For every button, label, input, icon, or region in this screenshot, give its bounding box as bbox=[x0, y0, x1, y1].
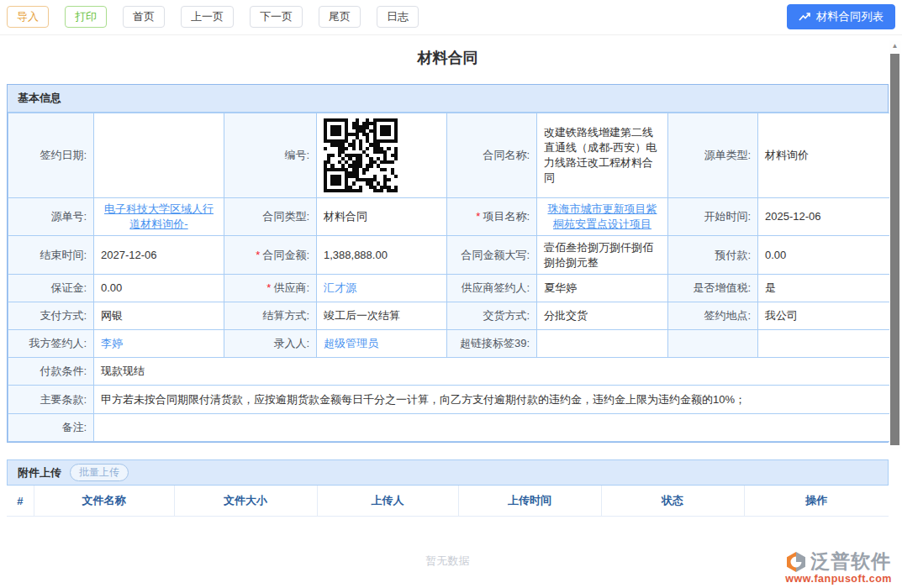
form-row-1: 签约日期: 编号: 合同名称: 改建铁路线增建第二线直通线（成都-西安）电力线路… bbox=[8, 113, 890, 198]
recorder-link[interactable]: 超级管理员 bbox=[324, 337, 378, 349]
attachments-table: # 文件名称 文件大小 上传人 上传时间 状态 操作 bbox=[7, 486, 889, 517]
sign-date-label: 签约日期: bbox=[8, 113, 94, 198]
main-terms-value: 甲方若未按合同期限付清货款，应按逾期货款金额每日千分之一计算，向乙方支付逾期付款… bbox=[94, 386, 890, 414]
col-actions: 操作 bbox=[744, 486, 889, 517]
number-label: 编号: bbox=[224, 113, 317, 198]
last-page-button[interactable]: 尾页 bbox=[319, 6, 361, 28]
supplier-label: *供应商: bbox=[224, 275, 317, 302]
start-time-label: 开始时间: bbox=[668, 198, 758, 236]
amount-in-words-value: 壹佰叁拾捌万捌仟捌佰捌拾捌元整 bbox=[537, 236, 668, 275]
basic-info-section: 基本信息 签约日期: 编号: 合同名称: 改建铁路线增建第二线直通线（成都-西安… bbox=[7, 84, 889, 443]
form-row-5: 支付方式: 网银 结算方式: 竣工后一次结算 交货方式: 分批交货 签约地点: … bbox=[8, 302, 890, 330]
col-index: # bbox=[7, 486, 34, 517]
print-button[interactable]: 打印 bbox=[65, 6, 107, 28]
basic-info-header: 基本信息 bbox=[8, 85, 888, 113]
number-value bbox=[317, 113, 447, 198]
sign-date-value bbox=[94, 113, 224, 198]
recorder-label: 录入人: bbox=[224, 330, 317, 358]
contract-name-value: 改建铁路线增建第二线直通线（成都-西安）电力线路迁改工程材料合同 bbox=[537, 113, 668, 198]
vat-flag-label: 是否增值税: bbox=[668, 275, 758, 302]
blank-label bbox=[668, 330, 758, 358]
page-title: 材料合同 bbox=[7, 48, 889, 68]
form-row-9: 备注: bbox=[8, 414, 890, 442]
qr-code-image bbox=[324, 118, 398, 192]
col-file-name: 文件名称 bbox=[34, 486, 174, 517]
log-button[interactable]: 日志 bbox=[377, 6, 419, 28]
remark-value bbox=[94, 414, 890, 442]
brand-url: www.fanpusoft.com bbox=[785, 573, 892, 585]
recorder-value: 超级管理员 bbox=[317, 330, 447, 358]
source-no-link[interactable]: 电子科技大学区域人行道材料询价- bbox=[104, 202, 214, 230]
contract-type-label: 合同类型: bbox=[224, 198, 317, 236]
deposit-value: 0.00 bbox=[94, 275, 224, 302]
payment-method-label: 支付方式: bbox=[8, 302, 94, 330]
attachments-header: 附件上传 批量上传 bbox=[7, 459, 889, 486]
settlement-method-label: 结算方式: bbox=[224, 302, 317, 330]
source-no-value: 电子科技大学区域人行道材料询价- bbox=[94, 198, 224, 236]
contract-list-button[interactable]: 材料合同列表 bbox=[787, 4, 895, 29]
start-time-value: 2025-12-06 bbox=[758, 198, 890, 236]
attachments-title: 附件上传 bbox=[18, 465, 61, 480]
payment-terms-label: 付款条件: bbox=[8, 358, 94, 386]
supplier-value: 汇才源 bbox=[317, 275, 447, 302]
our-signer-value: 李婷 bbox=[94, 330, 224, 358]
fanpu-watermark: 泛普软件 www.fanpusoft.com bbox=[785, 549, 892, 585]
required-asterisk: * bbox=[266, 281, 271, 294]
source-type-value: 材料询价 bbox=[758, 113, 890, 198]
end-time-label: 结束时间: bbox=[8, 236, 94, 275]
source-type-label: 源单类型: bbox=[668, 113, 758, 198]
basic-info-table: 签约日期: 编号: 合同名称: 改建铁路线增建第二线直通线（成都-西安）电力线路… bbox=[8, 113, 890, 442]
trend-up-icon bbox=[799, 12, 811, 22]
brand-name: 泛普软件 bbox=[810, 549, 891, 575]
our-signer-label: 我方签约人: bbox=[8, 330, 94, 358]
import-button[interactable]: 导入 bbox=[7, 6, 49, 28]
form-row-6: 我方签约人: 李婷 录入人: 超级管理员 超链接标签39: bbox=[8, 330, 890, 358]
required-asterisk: * bbox=[256, 249, 260, 261]
col-status: 状态 bbox=[601, 486, 744, 517]
main-terms-label: 主要条款: bbox=[8, 386, 94, 414]
form-row-2: 源单号: 电子科技大学区域人行道材料询价- 合同类型: 材料合同 *项目名称: … bbox=[8, 198, 890, 236]
amount-in-words-label: 合同金额大写: bbox=[447, 236, 537, 275]
supplier-link[interactable]: 汇才源 bbox=[324, 281, 356, 294]
next-page-button[interactable]: 下一页 bbox=[250, 6, 303, 28]
scrollbar-thumb[interactable] bbox=[890, 54, 899, 445]
project-name-label: *项目名称: bbox=[447, 198, 537, 236]
attachments-header-row: # 文件名称 文件大小 上传人 上传时间 状态 操作 bbox=[7, 486, 889, 517]
required-asterisk: * bbox=[476, 210, 480, 223]
our-signer-link[interactable]: 李婷 bbox=[101, 337, 123, 349]
form-row-4: 保证金: 0.00 *供应商: 汇才源 供应商签约人: 夏华婷 是否增值税: 是 bbox=[8, 275, 890, 302]
payment-method-value: 网银 bbox=[94, 302, 224, 330]
batch-upload-button[interactable]: 批量上传 bbox=[70, 464, 129, 481]
source-no-label: 源单号: bbox=[8, 198, 94, 236]
supplier-signer-value: 夏华婷 bbox=[537, 275, 668, 302]
prepayment-value: 0.00 bbox=[758, 236, 890, 275]
vertical-scrollbar[interactable]: ▲ bbox=[889, 40, 900, 449]
fanpu-logo-icon bbox=[785, 551, 807, 573]
contract-name-label: 合同名称: bbox=[447, 113, 537, 198]
col-file-size: 文件大小 bbox=[174, 486, 317, 517]
first-page-button[interactable]: 首页 bbox=[123, 6, 165, 28]
deposit-label: 保证金: bbox=[8, 275, 94, 302]
project-name-value: 珠海市城市更新项目紫桐苑安置点设计项目 bbox=[537, 198, 668, 236]
supplier-signer-label: 供应商签约人: bbox=[447, 275, 537, 302]
blank-value bbox=[758, 330, 890, 358]
toolbar: 导入 打印 首页 上一页 下一页 尾页 日志 材料合同列表 bbox=[0, 0, 902, 35]
prev-page-button[interactable]: 上一页 bbox=[181, 6, 234, 28]
contract-type-value: 材料合同 bbox=[317, 198, 447, 236]
remark-label: 备注: bbox=[8, 414, 94, 442]
col-upload-time: 上传时间 bbox=[458, 486, 601, 517]
form-row-3: 结束时间: 2027-12-06 *合同金额: 1,388,888.00 合同金… bbox=[8, 236, 890, 275]
col-uploader: 上传人 bbox=[317, 486, 458, 517]
sign-place-value: 我公司 bbox=[758, 302, 890, 330]
contract-amount-value: 1,388,888.00 bbox=[317, 236, 447, 275]
hyperlink-tag-39-value bbox=[537, 330, 668, 358]
contract-list-button-label: 材料合同列表 bbox=[816, 9, 884, 24]
scroll-up-arrow[interactable]: ▲ bbox=[889, 40, 900, 52]
delivery-method-value: 分批交货 bbox=[537, 302, 668, 330]
project-name-link[interactable]: 珠海市城市更新项目紫桐苑安置点设计项目 bbox=[548, 202, 657, 230]
empty-state: 暂无数据 bbox=[7, 517, 889, 588]
main-content: 材料合同 基本信息 签约日期: 编号: 合同名称: 改建铁路线增建第二线直通线（… bbox=[7, 48, 889, 588]
settlement-method-value: 竣工后一次结算 bbox=[317, 302, 447, 330]
form-row-7: 付款条件: 现款现结 bbox=[8, 358, 890, 386]
form-row-8: 主要条款: 甲方若未按合同期限付清货款，应按逾期货款金额每日千分之一计算，向乙方… bbox=[8, 386, 890, 414]
